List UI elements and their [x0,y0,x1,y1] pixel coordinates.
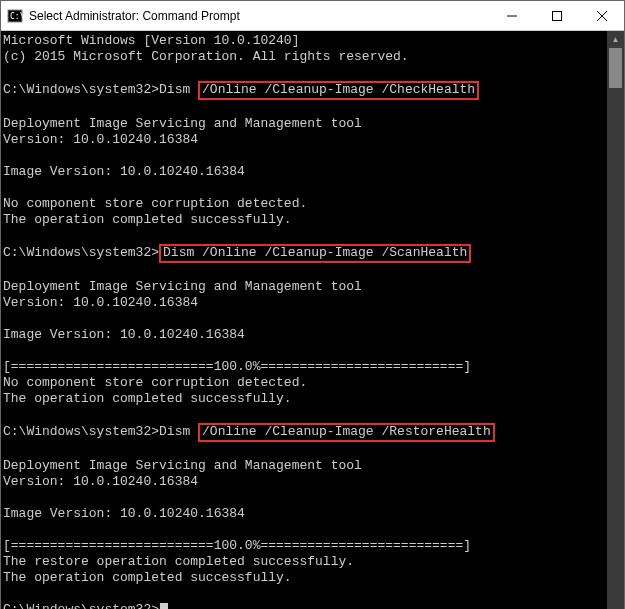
terminal-output[interactable]: Microsoft Windows [Version 10.0.10240] (… [1,31,607,609]
command-prompt-window: C:\ Select Administrator: Command Prompt… [0,0,625,609]
maximize-button[interactable] [534,1,579,30]
content-area: Microsoft Windows [Version 10.0.10240] (… [1,31,624,609]
output-text: Image Version: 10.0.10240.16384 [3,164,245,179]
output-text: Deployment Image Servicing and Managemen… [3,458,362,473]
progress-bar: [==========================100.0%=======… [3,538,471,553]
vertical-scrollbar[interactable]: ▲ ▼ [607,31,624,609]
output-text: Deployment Image Servicing and Managemen… [3,116,362,131]
highlighted-args: /Online /Cleanup-Image /CheckHealth [198,81,479,100]
prompt-text: C:\Windows\system32> [3,424,159,439]
command-text: Dism [159,82,198,97]
scrollbar-thumb[interactable] [609,48,622,88]
minimize-button[interactable] [489,1,534,30]
output-text: Version: 10.0.10240.16384 [3,474,198,489]
output-text: The operation completed successfully. [3,391,292,406]
output-text: The operation completed successfully. [3,570,292,585]
output-text: No component store corruption detected. [3,196,307,211]
svg-text:C:\: C:\ [10,12,23,21]
output-text: Microsoft Windows [Version 10.0.10240] [3,33,299,48]
output-text: Version: 10.0.10240.16384 [3,295,198,310]
window-title: Select Administrator: Command Prompt [29,9,489,23]
output-text: No component store corruption detected. [3,375,307,390]
cursor [160,603,168,609]
svg-rect-3 [552,11,561,20]
prompt-text: C:\Windows\system32> [3,82,159,97]
scroll-up-arrow[interactable]: ▲ [607,31,624,48]
close-button[interactable] [579,1,624,30]
highlighted-args: /Online /Cleanup-Image /RestoreHealth [198,423,495,442]
scroll-down-arrow[interactable]: ▼ [607,603,624,609]
progress-bar: [==========================100.0%=======… [3,359,471,374]
output-text: Version: 10.0.10240.16384 [3,132,198,147]
titlebar[interactable]: C:\ Select Administrator: Command Prompt [1,1,624,31]
output-text: Image Version: 10.0.10240.16384 [3,506,245,521]
cmd-icon: C:\ [7,8,23,24]
output-text: The restore operation completed successf… [3,554,354,569]
command-text: Dism [159,424,198,439]
output-text: Image Version: 10.0.10240.16384 [3,327,245,342]
output-text: The operation completed successfully. [3,212,292,227]
prompt-text: C:\Windows\system32> [3,245,159,260]
output-text: Deployment Image Servicing and Managemen… [3,279,362,294]
prompt-text: C:\Windows\system32> [3,602,159,609]
output-text: (c) 2015 Microsoft Corporation. All righ… [3,49,409,64]
window-controls [489,1,624,30]
highlighted-command: Dism /Online /Cleanup-Image /ScanHealth [159,244,471,263]
